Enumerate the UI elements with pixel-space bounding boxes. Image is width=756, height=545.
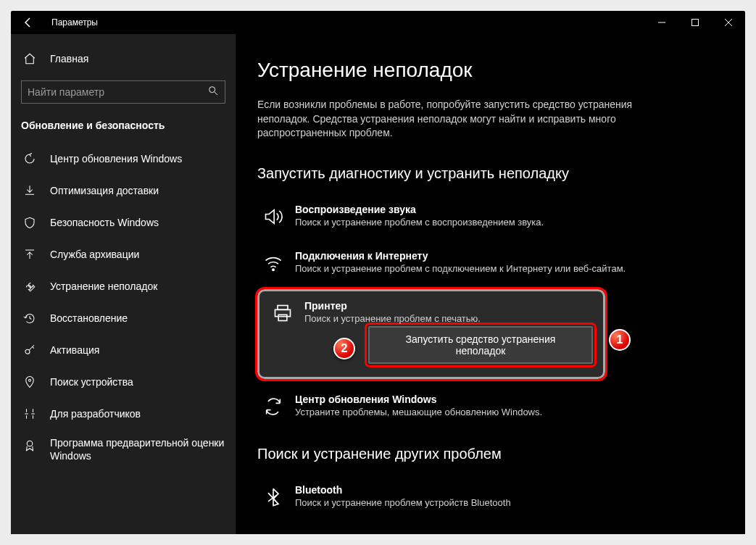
svg-point-2 [25,349,30,354]
trouble-item-desc: Поиск и устранение проблем устройств Blu… [295,497,511,508]
download-icon [21,182,38,199]
sync-icon [260,394,286,420]
trouble-item-desc: Поиск и устранение проблем с печатью. [304,313,481,324]
sidebar-item-label: Оптимизация доставки [50,185,159,196]
bluetooth-icon [260,484,286,510]
sidebar-item-for-developers[interactable]: Для разработчиков [11,398,236,430]
wifi-icon [260,250,286,276]
maximize-button[interactable] [678,11,712,34]
window-controls [645,11,745,34]
trouble-item-title: Воспроизведение звука [295,204,544,215]
trouble-item-title: Центр обновления Windows [295,394,542,405]
minimize-button[interactable] [645,11,678,34]
sidebar-section-label: Обновление и безопасность [11,114,236,143]
sidebar-home-label: Главная [50,53,88,65]
upload-icon [21,246,38,263]
speaker-icon [260,204,286,230]
section-diagnostics-title: Запустить диагностику и устранить непола… [257,165,723,182]
svg-point-4 [27,441,33,446]
sidebar-home[interactable]: Главная [11,43,236,75]
svg-rect-7 [275,309,291,316]
trouble-item-windows-update[interactable]: Центр обновления Windows Устраните пробл… [257,386,723,427]
sidebar-item-windows-update[interactable]: Центр обновления Windows [11,143,236,175]
sidebar-item-label: Поиск устройства [50,376,133,388]
search-icon [207,85,219,99]
sidebar-item-delivery-optimization[interactable]: Оптимизация доставки [11,175,236,207]
shield-icon [21,214,38,231]
sidebar-item-label: Безопасность Windows [50,217,159,228]
trouble-item-desc: Устраните проблемы, мешающие обновлению … [295,407,542,417]
window-title: Параметры [51,17,98,28]
content-pane: Устранение неполадок Если возникли пробл… [236,34,745,534]
sidebar-item-insider[interactable]: Программа предварительной оценки Windows [11,430,236,470]
trouble-item-desc: Поиск и устранение проблем с подключение… [295,263,626,274]
trouble-item-desc: Поиск и устранение проблем с воспроизвед… [295,217,544,228]
trouble-item-title: Bluetooth [295,484,511,496]
run-troubleshooter-button[interactable]: Запустить средство устранения неполадок [368,326,593,364]
search-input[interactable] [28,86,207,98]
sidebar-item-label: Для разработчиков [50,408,141,420]
sidebar-item-label: Устранение неполадок [50,280,157,292]
sidebar-item-troubleshoot[interactable]: Устранение неполадок [11,270,236,302]
back-button[interactable] [21,15,36,30]
svg-point-1 [209,87,215,93]
refresh-icon [21,150,38,167]
annotation-badge-2: 2 [333,338,355,359]
svg-point-3 [29,379,31,381]
trouble-item-audio[interactable]: Воспроизведение звука Поиск и устранение… [257,196,723,237]
home-icon [21,50,38,67]
printer-icon [270,300,296,326]
trouble-item-bluetooth[interactable]: Bluetooth Поиск и устранение проблем уст… [257,477,723,517]
location-icon [21,373,38,391]
page-title: Устранение неполадок [257,59,723,82]
section-other-title: Поиск и устранение других проблем [257,446,723,462]
sidebar-item-find-my-device[interactable]: Поиск устройства [11,366,236,398]
sidebar-item-label: Служба архивации [50,249,139,260]
close-button[interactable] [712,11,745,34]
svg-rect-0 [692,20,699,26]
trouble-item-title: Принтер [304,300,481,312]
svg-point-5 [273,269,274,270]
titlebar: Параметры [11,11,745,34]
sidebar-item-label: Восстановление [50,312,128,324]
key-icon [21,341,38,359]
intro-text: Если возникли проблемы в работе, попробу… [257,98,641,141]
sidebar-item-label: Программа предварительной оценки Windows [50,437,225,462]
svg-rect-8 [278,315,287,320]
annotation-badge-1: 1 [609,329,631,351]
sidebar: Главная Обновление и безопасность Центр … [11,34,236,534]
wrench-icon [21,278,38,295]
history-icon [21,309,38,327]
trouble-item-printer-selected[interactable]: Принтер Поиск и устранение проблем с печ… [257,289,605,379]
search-input-wrap[interactable] [21,80,225,104]
insider-icon [21,437,38,454]
sidebar-item-windows-security[interactable]: Безопасность Windows [11,207,236,238]
sidebar-item-label: Центр обновления Windows [50,153,182,165]
sidebar-item-recovery[interactable]: Восстановление [11,302,236,334]
tools-icon [21,405,38,423]
trouble-item-internet[interactable]: Подключения к Интернету Поиск и устранен… [257,243,723,283]
trouble-item-title: Подключения к Интернету [295,250,626,262]
settings-window: Параметры Главная Обновление и безопасно… [11,11,745,534]
sidebar-item-backup[interactable]: Служба архивации [11,238,236,270]
svg-rect-6 [278,305,288,309]
sidebar-item-activation[interactable]: Активация [11,334,236,366]
sidebar-item-label: Активация [50,344,99,356]
